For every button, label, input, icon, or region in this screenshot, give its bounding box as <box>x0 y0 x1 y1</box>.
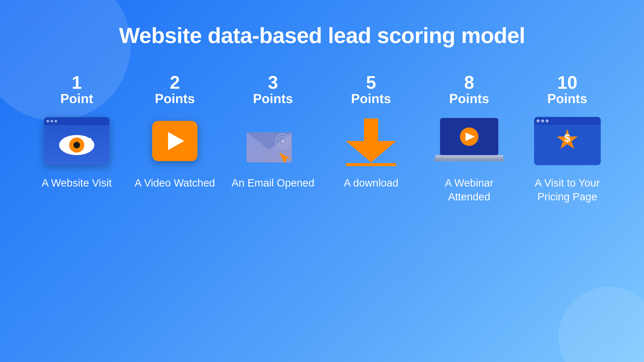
eye-outer <box>59 135 94 155</box>
svg-point-19 <box>546 119 549 122</box>
cards-row: 1 Point <box>35 73 609 204</box>
card-label-6: A Visit to Your Pricing Page <box>526 176 609 204</box>
icon-email-opened <box>238 116 308 166</box>
main-container: Website data-based lead scoring model 1 … <box>0 0 644 362</box>
points-label-2: 2 Points <box>155 73 195 106</box>
pricing-browser-svg: $ <box>534 117 601 165</box>
svg-rect-6 <box>364 118 378 142</box>
svg-text:$: $ <box>564 132 570 144</box>
email-envelope-svg <box>244 117 302 165</box>
card-pricing-page: 10 Points $ <box>526 73 609 204</box>
points-label-1: 1 Point <box>60 73 93 106</box>
card-label-4: A download <box>344 176 398 190</box>
eye-iris <box>69 138 84 153</box>
svg-point-18 <box>541 119 544 122</box>
svg-point-17 <box>537 119 540 122</box>
points-label-3: 3 Points <box>253 73 293 106</box>
points-label-6: 10 Points <box>547 73 587 106</box>
icon-download <box>336 116 406 166</box>
laptop-svg <box>434 116 504 166</box>
icon-webinar <box>434 116 504 166</box>
play-triangle <box>168 132 184 150</box>
download-arrow-svg <box>343 116 399 166</box>
icon-video-watched <box>140 116 210 166</box>
card-label-5: A Webinar Attended <box>428 176 511 204</box>
svg-rect-8 <box>346 163 396 166</box>
card-label-3: An Email Opened <box>231 176 314 190</box>
page-title: Website data-based lead scoring model <box>119 23 525 48</box>
eye-highlight <box>89 138 91 140</box>
browser-eye-icon <box>44 117 109 165</box>
browser-dot-1 <box>47 120 49 122</box>
icon-website-visit <box>42 116 112 166</box>
card-download: 5 Points A download <box>330 73 413 190</box>
svg-marker-7 <box>346 141 396 162</box>
svg-point-4 <box>281 139 285 143</box>
browser-bar <box>44 117 109 125</box>
icon-pricing: $ <box>532 116 602 166</box>
card-website-visit: 1 Point <box>35 73 118 190</box>
points-label-5: 8 Points <box>449 73 489 106</box>
browser-dot-2 <box>51 120 53 122</box>
eye-pupil <box>73 142 80 148</box>
browser-dot-3 <box>55 120 57 122</box>
points-label-4: 5 Points <box>351 73 391 106</box>
card-video-watched: 2 Points A Video Watched <box>133 73 216 190</box>
card-label-2: A Video Watched <box>135 176 215 190</box>
card-webinar-attended: 8 Points <box>428 73 511 204</box>
video-play-icon <box>152 121 197 161</box>
browser-body <box>44 125 109 165</box>
svg-rect-13 <box>434 159 504 162</box>
card-email-opened: 3 Points <box>231 73 314 190</box>
svg-rect-12 <box>435 155 503 159</box>
svg-rect-16 <box>534 121 601 125</box>
card-label-1: A Website Visit <box>42 176 112 190</box>
